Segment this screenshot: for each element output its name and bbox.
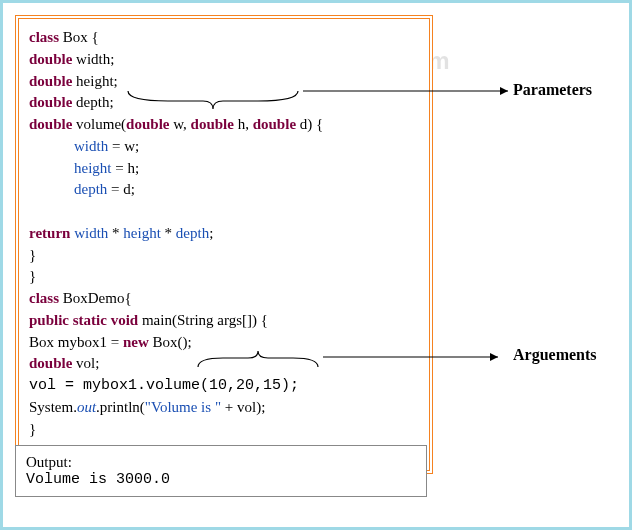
keyword-double: double [126,116,169,132]
code-line: double height; [29,71,419,93]
code-line: height = h; [29,158,419,180]
keyword-void: void [111,312,139,328]
field-width: width; [76,51,114,67]
code-line: double volume(double w, double h, double… [29,114,419,136]
vol-decl: vol; [76,355,99,371]
main-signature: main(String args[]) { [142,312,268,328]
code-line: double depth; [29,92,419,114]
keyword-double: double [253,116,296,132]
keyword-class: class [29,290,59,306]
svg-marker-3 [490,353,498,361]
assign-depth: depth [74,181,107,197]
code-line: Box mybox1 = new Box(); [29,332,419,354]
keyword-double: double [29,94,72,110]
code-line: depth = d; [29,179,419,201]
class-name-box: Box { [63,29,99,45]
code-line-call: vol = mybox1.volume(10,20,15); [29,375,419,397]
param-w: w, [173,116,190,132]
label-parameters: Parameters [513,81,592,99]
method-name: volume( [76,116,126,132]
code-line: double vol; [29,353,419,375]
volume-call: vol = mybox1.volume(10,20,15); [29,377,299,394]
keyword-double: double [29,51,72,67]
keyword-class: class [29,29,59,45]
class-name-demo: BoxDemo{ [63,290,132,306]
code-line: } [29,419,419,441]
output-result: Volume is 3000.0 [26,471,416,488]
keyword-static: static [73,312,107,328]
out-field: out [77,399,96,415]
output-box: Output: Volume is 3000.0 [15,445,427,497]
code-line: } [29,266,419,288]
code-line: System.out.println("Volume is " + vol); [29,397,419,419]
field-height: height; [76,73,118,89]
code-line: class Box { [29,27,419,49]
outer-frame: www.java4coding.com www.java4coding.com … [0,0,632,530]
code-line [29,201,419,223]
label-arguments: Arguements [513,346,597,364]
code-line: width = w; [29,136,419,158]
assign-width: width [74,138,108,154]
string-literal: "Volume is " [145,399,221,415]
output-label: Output: [26,454,416,471]
code-line: class BoxDemo{ [29,288,419,310]
assign-height: height [74,160,112,176]
keyword-new: new [123,334,149,350]
keyword-double: double [191,116,234,132]
keyword-double: double [29,73,72,89]
code-line: return width * height * depth; [29,223,419,245]
code-line: } [29,245,419,267]
keyword-double: double [29,116,72,132]
keyword-return: return [29,225,70,241]
keyword-public: public [29,312,69,328]
field-depth: depth; [76,94,114,110]
code-line: double width; [29,49,419,71]
param-h: h, [238,116,253,132]
param-d: d) { [300,116,323,132]
svg-marker-1 [500,87,508,95]
code-line: public static void main(String args[]) { [29,310,419,332]
keyword-double: double [29,355,72,371]
code-box: class Box { double width; double height;… [15,15,433,474]
